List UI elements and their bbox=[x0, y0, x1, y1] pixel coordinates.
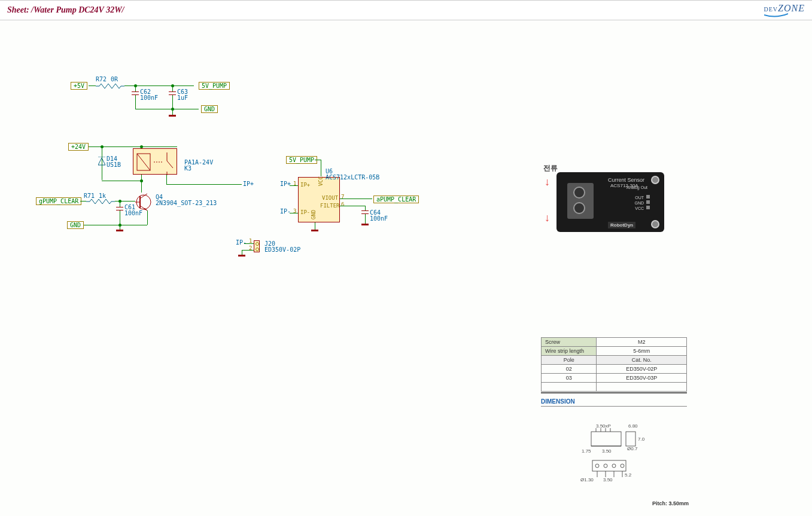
svg-rect-20 bbox=[592, 460, 626, 471]
schematic-canvas[interactable]: +5V R72 0R 5V_PUMP C62 100nF C63 1uF GND… bbox=[0, 20, 812, 516]
wire bbox=[290, 185, 298, 186]
wire bbox=[120, 225, 120, 230]
dim-g: 7.0 bbox=[638, 436, 644, 442]
pin-gnd: GND bbox=[311, 210, 317, 219]
cap-plate-icon bbox=[361, 210, 369, 211]
power-label-gnd: GND bbox=[201, 105, 218, 113]
svg-rect-19 bbox=[626, 432, 635, 446]
val-c63: 1uF bbox=[177, 94, 188, 101]
dim-b: 6.80 bbox=[628, 423, 638, 429]
pin-vcc: VCC bbox=[318, 176, 324, 186]
pin-header-icon bbox=[646, 200, 650, 204]
pin-viout: VIOUT bbox=[322, 195, 338, 201]
sensor-title: Current Sensor bbox=[608, 177, 644, 183]
wire bbox=[172, 109, 173, 115]
dim-h: 5.2 bbox=[625, 472, 631, 478]
pitch-label: Pitch: 3.50mm bbox=[652, 500, 689, 506]
table-cell: Cat. No. bbox=[597, 356, 687, 365]
resistor-r71 bbox=[86, 199, 115, 205]
resistor-r72 bbox=[96, 83, 124, 90]
wire bbox=[147, 210, 148, 225]
arrow-red-icon: ↓ bbox=[545, 212, 550, 224]
val-r72: 0R bbox=[111, 76, 118, 83]
net-ipminus-chip: IP- bbox=[280, 208, 291, 215]
connector-j20 bbox=[254, 240, 260, 252]
gnd-icon bbox=[116, 230, 123, 231]
devzone-logo: DEVZONE bbox=[764, 3, 805, 17]
sensor-analog: Analog Out bbox=[627, 185, 647, 190]
svg-point-23 bbox=[612, 464, 616, 468]
dim-a: 3.50xP bbox=[596, 423, 611, 429]
ref-r72: R72 bbox=[96, 76, 107, 83]
power-label-5v-pump: 5V_PUMP bbox=[199, 82, 230, 90]
wire bbox=[290, 213, 298, 213]
wire bbox=[135, 95, 136, 109]
pin-filter: FILTER bbox=[320, 203, 340, 209]
pin-ipminus: IP- bbox=[300, 209, 310, 215]
val-c61: 100nF bbox=[124, 210, 142, 216]
label-korean-current: 전류 bbox=[543, 163, 558, 173]
svg-point-22 bbox=[604, 464, 607, 468]
wire bbox=[166, 175, 167, 184]
wire bbox=[166, 184, 242, 185]
pin-ipplus: IP+ bbox=[300, 182, 310, 188]
val-k3: K3 bbox=[184, 165, 191, 172]
table-cell: Screw bbox=[542, 338, 597, 347]
table-cell: Wire strip length bbox=[542, 347, 597, 356]
power-label-24v: +24V bbox=[68, 143, 89, 151]
net-ipplus-chip: IP+ bbox=[280, 181, 291, 187]
relay-k3 bbox=[133, 148, 177, 175]
dim-d2: 3.50 bbox=[603, 477, 613, 483]
val-q4: 2N3904_SOT-23_213 bbox=[156, 200, 217, 206]
wire bbox=[365, 214, 366, 224]
logo-swoosh-icon bbox=[764, 13, 788, 17]
svg-line-5 bbox=[167, 161, 173, 168]
svg-line-10 bbox=[140, 194, 147, 199]
arrow-red-icon: ↓ bbox=[545, 176, 550, 188]
wire bbox=[321, 160, 321, 176]
wire bbox=[80, 201, 86, 201]
svg-rect-13 bbox=[591, 432, 621, 446]
gnd-icon bbox=[238, 255, 245, 257]
dim-c: 1.75 bbox=[582, 448, 591, 454]
pin-6: 6 bbox=[341, 201, 344, 207]
net-ip-plus-out: IP+ bbox=[243, 181, 254, 187]
wire bbox=[89, 86, 96, 86]
wire bbox=[141, 181, 142, 193]
wire bbox=[102, 181, 141, 181]
sensor-brand: RobotDyn bbox=[608, 222, 635, 228]
dim-e: Ø0.7 bbox=[627, 446, 637, 451]
table-cell: ED350V-03P bbox=[597, 374, 687, 383]
wire bbox=[315, 160, 321, 160]
wire bbox=[315, 222, 315, 230]
sensor-pin-gnd: GND bbox=[634, 200, 644, 206]
diode-d14 bbox=[98, 157, 105, 167]
pin-j20-1: 1 bbox=[249, 238, 252, 244]
screw-terminal-icon bbox=[567, 183, 594, 219]
val-c64: 100nF bbox=[370, 215, 388, 222]
current-sensor-module: Current Sensor ACS712-30A Analog Out OUT… bbox=[556, 172, 664, 232]
val-d14: US1B bbox=[107, 161, 121, 168]
net-ipminus-conn: IP- bbox=[236, 239, 247, 246]
power-label-5v-pump-chip: 5V_PUMP bbox=[286, 156, 317, 164]
val-j20: ED350V-02P bbox=[264, 246, 300, 253]
wire bbox=[340, 206, 365, 206]
svg-marker-0 bbox=[98, 158, 105, 165]
table-cell: M2 bbox=[597, 338, 687, 347]
gnd-icon bbox=[361, 224, 369, 225]
val-c62: 100nF bbox=[140, 94, 158, 101]
dimension-heading: DIMENSION bbox=[541, 398, 687, 407]
wire bbox=[340, 199, 372, 199]
dim-d: 3.50 bbox=[602, 448, 612, 454]
sensor-pin-vcc: VCC bbox=[635, 206, 644, 211]
val-r71: 1k bbox=[99, 193, 106, 199]
sensor-pin-out: OUT bbox=[635, 195, 644, 200]
svg-line-2 bbox=[137, 154, 150, 170]
table-cell bbox=[542, 383, 597, 392]
table-cell: 5-6mm bbox=[597, 347, 687, 356]
wire bbox=[135, 109, 199, 109]
ref-r71: R71 bbox=[84, 193, 95, 199]
screw-hole-icon bbox=[651, 176, 659, 184]
wire bbox=[135, 86, 136, 91]
connector-spec-table: ScrewM2 Wire strip length5-6mm PoleCat. … bbox=[541, 337, 687, 393]
